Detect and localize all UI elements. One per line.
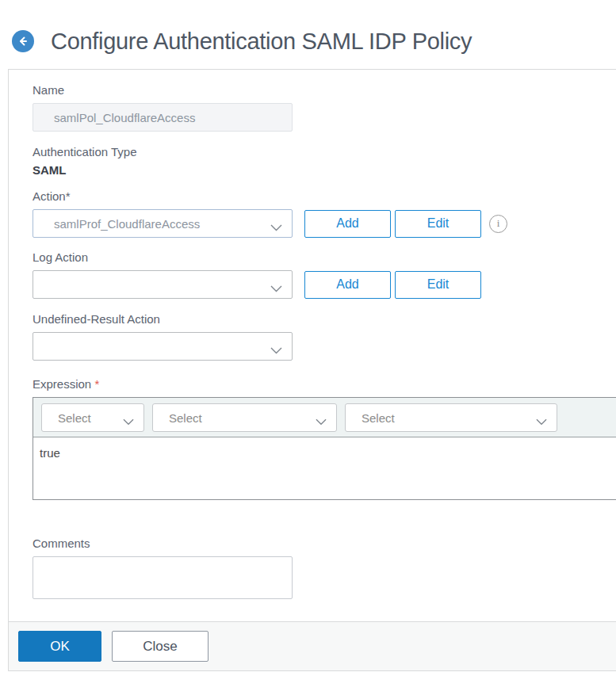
form-footer: OK Close [9,621,616,671]
action-edit-button[interactable]: Edit [395,210,481,238]
expression-label: Expression * [33,377,616,391]
log-action-select[interactable] [33,270,293,299]
expression-select-3[interactable]: Select [345,403,557,432]
back-button[interactable] [12,30,34,52]
auth-type-value: SAML [33,163,616,177]
chevron-down-icon [270,343,282,357]
log-action-add-button[interactable]: Add [304,271,391,299]
ok-button[interactable]: OK [18,631,101,662]
log-action-label: Log Action [33,250,616,264]
form-panel: Name Authentication Type SAML Action* sa… [8,69,616,671]
page-title: Configure Authentication SAML IDP Policy [51,29,472,55]
arrow-left-icon [17,35,29,48]
chevron-down-icon [270,220,282,235]
expression-select-1[interactable]: Select [41,403,144,432]
comments-label: Comments [33,537,616,550]
log-action-edit-button[interactable]: Edit [395,271,481,299]
expression-select-2[interactable]: Select [152,403,337,432]
required-asterisk: * [94,377,99,391]
action-add-button[interactable]: Add [304,210,391,238]
chevron-down-icon [270,281,282,296]
comments-input[interactable] [33,556,293,599]
expression-toolbar: Select Select Select [33,398,616,437]
info-icon[interactable]: i [489,215,507,233]
auth-type-label: Authentication Type [33,145,616,158]
action-select-value: samlProf_CloudflareAccess [33,217,292,231]
action-label: Action* [33,189,616,203]
chevron-down-icon [316,414,327,429]
action-select[interactable]: samlProf_CloudflareAccess [33,209,293,238]
undefined-result-action-select[interactable] [33,332,293,361]
page-header: Configure Authentication SAML IDP Policy [0,0,616,59]
chevron-down-icon [536,414,547,429]
close-button[interactable]: Close [112,631,209,662]
undefined-result-action-label: Undefined-Result Action [33,312,616,326]
name-input [33,103,293,132]
expression-input[interactable]: true [33,437,616,499]
expression-editor: Select Select Select [33,397,616,500]
name-label: Name [33,83,616,97]
chevron-down-icon [123,414,134,429]
